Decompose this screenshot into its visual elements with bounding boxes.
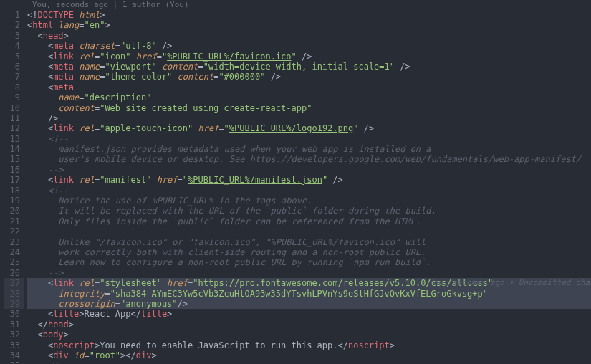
line-number: 4 [0,41,20,51]
code-line[interactable]: </head> [27,320,591,330]
line-number: 25 [0,257,20,267]
code-editor[interactable]: 1234567891011121314151617181920212223242… [0,0,591,364]
line-number: 16 [0,165,20,175]
line-number: 2 [0,20,20,30]
code-line[interactable]: <!-- [27,134,591,144]
code-line[interactable]: <title>React App</title> [27,309,591,319]
line-number: 18 [0,186,20,196]
line-number-gutter: 1234567891011121314151617181920212223242… [0,0,27,364]
code-line[interactable]: work correctly both with client-side rou… [27,247,591,257]
line-number: 11 [0,113,20,123]
line-number: 30 [0,309,20,319]
line-number: 12 [0,123,20,133]
line-number: 31 [0,320,20,330]
line-number: 8 [0,82,20,92]
line-number: 20 [0,206,20,216]
code-line[interactable]: user's mobile device or desktop. See htt… [27,154,591,164]
code-line[interactable]: It will be replaced with the URL of the … [27,206,591,216]
code-line[interactable]: --> [27,268,591,278]
code-line[interactable]: <body> [27,330,591,340]
line-number: 3 [0,31,20,41]
line-number: 7 [0,72,20,82]
code-line[interactable]: Unlike "/favicon.ico" or "favicon.ico", … [27,237,591,247]
git-blame-annotation: You, seconds ago • Uncommitted changes [428,278,591,288]
code-line[interactable]: name="description" [27,92,591,102]
line-number: 22 [0,226,20,236]
codelens-annotation[interactable]: You, seconds ago | 1 author (You) [27,0,591,10]
code-line[interactable]: <meta name="theme-color" content="#00000… [27,72,591,82]
code-line[interactable]: <head> [27,31,591,41]
code-line[interactable]: /> [27,113,591,123]
code-line[interactable] [27,226,591,236]
code-line[interactable]: <link rel="stylesheet" href="https://pro… [27,278,591,288]
line-number: 34 [0,350,20,360]
line-number: 24 [0,247,20,257]
line-number: 26 [0,268,20,278]
code-line[interactable]: <noscript>You need to enable JavaScript … [27,340,591,350]
code-line[interactable]: <!-- [27,186,591,196]
line-number: 19 [0,196,20,206]
code-line[interactable]: Learn how to configure a non-root public… [27,257,591,267]
line-number: 21 [0,216,20,226]
line-number: 1 [0,10,20,20]
code-line[interactable]: <link rel="manifest" href="%PUBLIC_URL%/… [27,175,591,185]
code-line[interactable]: <html lang="en"> [27,20,591,30]
code-line[interactable]: <meta name="viewport" content="width=dev… [27,62,591,72]
code-line[interactable]: Notice the use of %PUBLIC_URL% in the ta… [27,196,591,206]
line-number: 6 [0,62,20,72]
line-number: 15 [0,154,20,164]
code-line[interactable]: <meta [27,82,591,92]
code-line[interactable]: crossorigin="anonymous"/> [27,299,591,309]
code-line[interactable]: <!-- [27,360,591,364]
code-line[interactable]: --> [27,165,591,175]
code-line[interactable]: <!DOCTYPE html> [27,10,591,20]
code-line[interactable]: manifest.json provides metadata used whe… [27,144,591,154]
code-content[interactable]: <!DOCTYPE html><html lang="en"> <head> <… [27,10,591,364]
line-number: 10 [0,103,20,113]
code-line[interactable]: Only files inside the `public` folder ca… [27,216,591,226]
code-line[interactable]: <link rel="icon" href="%PUBLIC_URL%/favi… [27,52,591,62]
line-number: 32 [0,330,20,340]
code-area[interactable]: You, seconds ago | 1 author (You) <!DOCT… [27,0,591,364]
line-number: 5 [0,52,20,62]
code-line[interactable]: <link rel="apple-touch-icon" href="%PUBL… [27,123,591,133]
code-line[interactable]: <meta charset="utf-8" /> [27,41,591,51]
line-number: 9 [0,92,20,102]
code-line[interactable]: integrity="sha384-AYmEC3Yw5cVb3ZcuHtOA93… [27,289,591,299]
code-line[interactable]: content="Web site created using create-r… [27,103,591,113]
line-number: 13 [0,134,20,144]
line-number: 14 [0,144,20,154]
line-number: 17 [0,175,20,185]
line-number: 33 [0,340,20,350]
line-number: 23 [0,237,20,247]
line-number: 35 [0,360,20,364]
code-line[interactable]: <div id="root"></div> [27,350,591,360]
